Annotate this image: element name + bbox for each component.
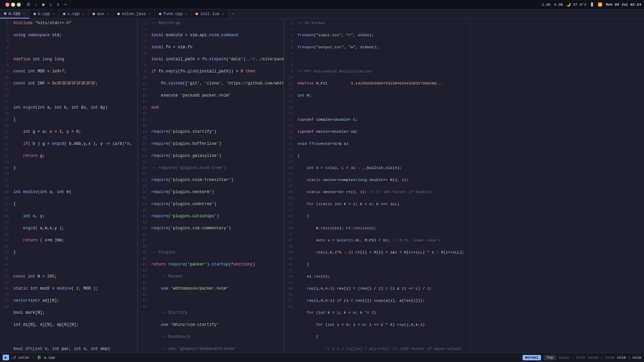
- session-1: satan : nvim: [558, 356, 585, 360]
- code-area-1[interactable]: 12345 678910 1112131415 1617181920 21222…: [0, 19, 137, 353]
- bookmark-icon[interactable]: ☆: [33, 2, 39, 8]
- editor-pane-2: 12345 678910 1112131415 1617181920 21222…: [138, 19, 284, 353]
- tab-dot: [34, 13, 36, 15]
- tab-label: c.cpp: [67, 12, 79, 16]
- editor-pane-1: 12345 678910 1112131415 1617181920 21222…: [0, 19, 138, 353]
- tab-funk-cpp[interactable]: funk.cpp ✕: [155, 9, 192, 18]
- tab2-icon[interactable]: 2: [55, 2, 61, 8]
- topbar-right: 1.0K 0.0B 🌙 37.0°C 🔋 📶 Mon 05 Jul 02:24: [542, 2, 641, 7]
- clock: Mon 05 Jul 02:24: [606, 3, 641, 7]
- tab-dot: [4, 12, 6, 15]
- tab1-icon[interactable]: 1: [48, 2, 54, 8]
- editor-area: 12345 678910 1112131415 1617181920 21222…: [0, 19, 644, 353]
- window-controls[interactable]: [3, 3, 23, 7]
- wifi-icon: 📶: [598, 2, 602, 7]
- vim-mode: Normal: [523, 355, 541, 360]
- tab-dot: [93, 13, 95, 15]
- tab-a-cpp[interactable]: a.cpp ✕: [0, 9, 30, 18]
- statusbar-left: ▶ ⎇ satan | 🐉 a.cpp: [3, 355, 55, 360]
- tab-close[interactable]: ✕: [23, 12, 25, 16]
- vim-icon: ▶: [5, 355, 7, 360]
- tab-close[interactable]: ✕: [149, 12, 151, 16]
- tab-dot: [63, 13, 65, 15]
- tab-dot: [196, 13, 198, 15]
- system-topbar: ☰ ☆ ▦ 1 2 + 1.0K 0.0B 🌙 37.0°C 🔋 📶 Mon 0…: [0, 0, 644, 9]
- tab-close[interactable]: ✕: [53, 12, 55, 16]
- tab-label: funk.cpp: [163, 12, 183, 16]
- tab-c-cpp[interactable]: c.cpp ✕: [59, 9, 89, 18]
- tab-close[interactable]: ✕: [107, 12, 109, 16]
- topbar-icons: ☰ ☆ ▦ 1 2 +: [25, 2, 68, 8]
- tab-close[interactable]: ✕: [185, 12, 187, 16]
- code-text-1[interactable]: #include "bits/stdc++.h" using namespace…: [11, 19, 137, 353]
- layout-icon[interactable]: ▦: [40, 2, 46, 8]
- tab-aux[interactable]: aux ✕: [89, 9, 113, 18]
- line-numbers-3: 12345 678910 1112131415 1617181920 21222…: [284, 19, 295, 353]
- line-numbers-2: 12345 678910 1112131415 1617181920 21222…: [138, 19, 149, 353]
- editor-pane-3: 12345 678910 1112131415 1617181920 21222…: [284, 19, 470, 353]
- code-text-3[interactable]: // IO Format freopen("input.txt", "r", s…: [295, 19, 470, 353]
- tab-bar: a.cpp ✕ b.cpp ✕ c.cpp ✕ aux ✕ solve.java…: [0, 9, 644, 19]
- current-file: 🐉 a.cpp: [37, 355, 55, 360]
- maximize-button[interactable]: [17, 3, 21, 7]
- battery-icons: 🔋: [590, 2, 594, 7]
- temp: 🌙 37.0°C: [566, 2, 586, 7]
- statusbar: ▶ ⎇ satan | 🐉 a.cpp Normal Top satan : n…: [0, 353, 644, 362]
- code-text-2[interactable]: -- Bootstrap local execute = vim.api.nvi…: [149, 19, 283, 353]
- scroll-position: Top: [544, 355, 556, 360]
- tab-label: aux: [97, 12, 104, 16]
- tab-dot: [117, 13, 120, 15]
- code-area-2[interactable]: 12345 678910 1112131415 1617181920 21222…: [138, 19, 283, 353]
- add-tab-icon[interactable]: +: [62, 2, 68, 8]
- tab-b-cpp[interactable]: b.cpp ✕: [30, 9, 59, 18]
- separator: |: [32, 355, 34, 360]
- tab-init-lua[interactable]: init.lua ✕: [192, 9, 228, 18]
- menu-icon[interactable]: ☰: [25, 2, 32, 8]
- tab-label: b.cpp: [38, 12, 50, 16]
- statusbar-right: Normal Top satan : nvim satan : nvim nvi…: [523, 355, 641, 360]
- topbar-left: ☰ ☆ ▦ 1 2 +: [3, 2, 68, 8]
- tab-label: a.cpp: [8, 11, 20, 16]
- tab-dot: [159, 13, 161, 15]
- close-button[interactable]: [5, 3, 9, 7]
- tab-label: solve.java: [122, 12, 146, 16]
- tab-close[interactable]: ✕: [82, 12, 84, 16]
- session-3: nvim : nvim: [617, 356, 641, 360]
- vim-icon-badge: ▶: [3, 355, 9, 360]
- tab-close[interactable]: ✕: [222, 12, 224, 16]
- new-tab-button[interactable]: +: [228, 12, 237, 16]
- session-2: satan : nvim: [588, 356, 614, 360]
- net-up: 0.0B: [554, 3, 563, 7]
- git-branch: ⎇ satan: [12, 355, 30, 360]
- tab-solve-java[interactable]: solve.java ✕: [113, 9, 155, 18]
- tab-label: init.lua: [200, 12, 219, 16]
- net-down: 1.0K: [542, 3, 550, 7]
- code-area-3[interactable]: 12345 678910 1112131415 1617181920 21222…: [284, 19, 470, 353]
- minimize-button[interactable]: [11, 3, 15, 7]
- line-numbers-1: 12345 678910 1112131415 1617181920 21222…: [0, 19, 11, 353]
